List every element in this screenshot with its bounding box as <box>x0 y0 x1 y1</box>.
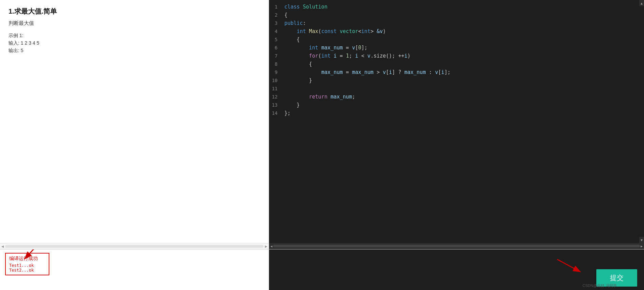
bottom-left: 编译运行成功 Test1...ok Test2...ok <box>0 249 269 290</box>
line-content: { <box>284 35 637 44</box>
line-number: 14 <box>269 109 284 117</box>
left-scrollbar[interactable]: ◀ ▶ <box>0 243 269 249</box>
problem-content: 1.求最大值.简单 判断最大值 示例 1: 输入: 1 2 3 4 5 输出: … <box>0 0 269 243</box>
line-content: int Max(const vector<int> &v) <box>284 27 637 35</box>
table-row: 14}; <box>269 109 637 117</box>
table-row: 12 return max_num; <box>269 93 637 101</box>
right-hscroll[interactable]: ◀ ▶ <box>269 243 644 249</box>
table-row: 8 { <box>269 60 637 68</box>
table-row: 9 max_num = max_num > v[i] ? max_num : v… <box>269 68 637 76</box>
example-label: 示例 1: <box>9 33 260 39</box>
line-number: 8 <box>269 60 284 68</box>
line-number: 7 <box>269 52 284 60</box>
line-number: 6 <box>269 44 284 52</box>
right-panel: ▲ 1class Solution2{3public:4 int Max(con… <box>269 0 644 249</box>
h-scroll-track[interactable] <box>5 245 264 248</box>
line-content: int max_num = v[0]; <box>284 44 637 52</box>
submit-arrow-indicator <box>554 256 584 276</box>
code-lines: 1class Solution2{3public:4 int Max(const… <box>269 0 644 120</box>
table-row: 3public: <box>269 19 637 27</box>
line-number: 12 <box>269 93 284 101</box>
line-content: } <box>284 76 637 85</box>
arrow-indicator <box>19 249 49 265</box>
vscroll-down[interactable]: ▼ <box>639 237 644 243</box>
table-row: 5 { <box>269 35 637 44</box>
table-row: 11 <box>269 85 637 93</box>
line-content: return max_num; <box>284 93 637 101</box>
bottom-panel: 编译运行成功 Test1...ok Test2...ok 提交 CSDN@你好 … <box>0 249 644 290</box>
line-number: 10 <box>269 76 284 85</box>
line-content: class Solution <box>284 3 637 11</box>
line-number: 9 <box>269 68 284 76</box>
line-number: 2 <box>269 11 284 19</box>
line-content: for(int i = 1; i < v.size(); ++i) <box>284 52 637 60</box>
problem-title: 1.求最大值.简单 <box>9 7 260 16</box>
example-output: 输出: 5 <box>9 48 260 54</box>
line-content: }; <box>284 109 637 117</box>
bottom-right: 提交 CSDN@你好 冯同学 <box>269 249 644 290</box>
line-content: public: <box>284 19 637 27</box>
line-number: 3 <box>269 19 284 27</box>
svg-line-1 <box>26 249 44 258</box>
line-number: 11 <box>269 85 284 93</box>
line-number: 13 <box>269 101 284 109</box>
line-content: max_num = max_num > v[i] ? max_num : v[i… <box>284 68 637 76</box>
table-row: 1class Solution <box>269 3 637 11</box>
result-test2: Test2...ok <box>9 268 45 273</box>
table-row: 4 int Max(const vector<int> &v) <box>269 27 637 35</box>
example-input: 输入: 1 2 3 4 5 <box>9 40 260 46</box>
problem-desc: 判断最大值 <box>9 20 260 27</box>
code-editor[interactable]: 1class Solution2{3public:4 int Max(const… <box>269 0 644 243</box>
line-number: 1 <box>269 3 284 11</box>
table-row: 2{ <box>269 11 637 19</box>
svg-line-3 <box>557 259 579 271</box>
line-number: 5 <box>269 35 284 44</box>
line-content: { <box>284 60 637 68</box>
line-content: { <box>284 11 637 19</box>
left-panel: 1.求最大值.简单 判断最大值 示例 1: 输入: 1 2 3 4 5 输出: … <box>0 0 269 249</box>
table-row: 7 for(int i = 1; i < v.size(); ++i) <box>269 52 637 60</box>
table-row: 13 } <box>269 101 637 109</box>
line-number: 4 <box>269 27 284 35</box>
line-content: } <box>284 101 637 109</box>
table-row: 10 } <box>269 76 637 85</box>
watermark: CSDN@你好 冯同学 <box>583 283 617 288</box>
table-row: 6 int max_num = v[0]; <box>269 44 637 52</box>
